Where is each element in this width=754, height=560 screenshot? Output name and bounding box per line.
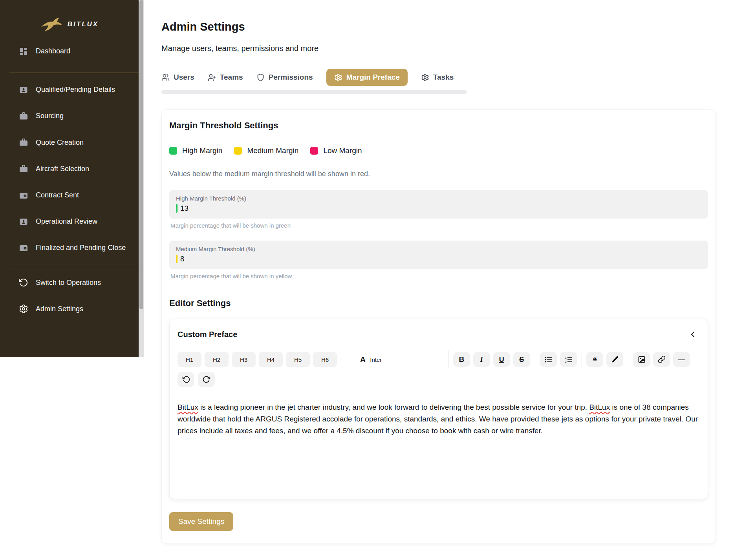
collapse-button[interactable] — [686, 329, 700, 340]
sidebar-item-aircraft-selection[interactable]: Aircraft Selection — [0, 164, 139, 174]
sidebar-item-label: Finalized and Pending Close — [36, 243, 126, 253]
italic-icon: I — [480, 355, 483, 364]
wallet-icon — [19, 243, 28, 253]
sidebar-item-sourcing[interactable]: Sourcing — [0, 111, 139, 121]
horizontal-rule-button[interactable]: — — [673, 352, 690, 367]
underline-button[interactable]: U — [493, 352, 510, 367]
heading-5-button[interactable]: H5 — [286, 352, 310, 367]
sidebar-item-label: Qualified/Pending Details — [36, 85, 115, 95]
sidebar-item-operational-review[interactable]: Operational Review — [0, 217, 139, 226]
highlighter-pen-icon — [611, 356, 619, 363]
sidebar-item-label: Operational Review — [36, 217, 97, 226]
contact-card-icon — [19, 85, 28, 95]
tab-teams[interactable]: Teams — [208, 73, 243, 82]
sidebar-divider — [9, 73, 139, 73]
tab-tasks[interactable]: Tasks — [421, 73, 454, 82]
tab-label: Margin Preface — [346, 73, 400, 82]
yellow-cursor-bar — [176, 255, 178, 263]
gear-icon — [19, 304, 28, 314]
font-name-label: Inter — [370, 356, 382, 363]
redo-button[interactable] — [198, 372, 215, 387]
field-value: 13 — [180, 204, 188, 213]
sidebar-item-contract-sent[interactable]: Contract Sent — [0, 190, 139, 200]
sidebar-item-admin-settings[interactable]: Admin Settings — [0, 304, 139, 314]
dashboard-icon — [19, 47, 28, 56]
link-button[interactable] — [653, 352, 670, 367]
save-settings-button[interactable]: Save Settings — [169, 512, 233, 531]
field-helper-text: Margin percentage that will be shown in … — [169, 222, 708, 229]
tabs-scrollbar-track[interactable] — [161, 90, 467, 94]
type-icon: A — [360, 355, 366, 364]
tab-permissions[interactable]: Permissions — [256, 73, 313, 82]
sidebar-item-switch-to-operations[interactable]: Switch to Operations — [0, 278, 139, 288]
sidebar-item-qualified-pending-details[interactable]: Qualified/Pending Details — [0, 85, 139, 95]
preface-text-editor[interactable]: BitLux is a leading pioneer in the jet c… — [178, 401, 700, 488]
gear-icon — [421, 73, 429, 82]
page-title: Admin Settings — [161, 20, 754, 33]
chevron-left-icon — [688, 330, 697, 339]
tab-margin-preface[interactable]: Margin Preface — [326, 69, 408, 86]
link-icon — [658, 356, 666, 363]
bird-logo-icon — [40, 17, 63, 31]
field-helper-text: Margin percentage that will be shown in … — [169, 273, 708, 279]
strikethrough-button[interactable]: S — [513, 352, 530, 367]
sidebar-item-finalized-pending-close[interactable]: Finalized and Pending Close — [0, 243, 139, 253]
legend-label: Low Margin — [323, 146, 362, 155]
sidebar-scrollbar[interactable] — [139, 0, 144, 357]
brand-logo: BITLUX — [0, 0, 139, 31]
legend-item-high-margin: High Margin — [169, 146, 222, 155]
toolbar-divider — [448, 350, 448, 368]
horizontal-rule-icon: — — [678, 356, 685, 364]
low-margin-swatch — [310, 147, 318, 155]
toolbar-divider — [582, 350, 582, 368]
bullet-list-button[interactable] — [540, 352, 557, 367]
svg-text:2: 2 — [565, 360, 566, 363]
preface-text-segment: is a leading pioneer in the jet charter … — [198, 403, 589, 411]
image-button[interactable] — [633, 352, 650, 367]
heading-1-button[interactable]: H1 — [178, 352, 201, 367]
field-label: High Margin Threshold (%) — [176, 195, 701, 202]
sidebar-item-dashboard[interactable]: Dashboard — [0, 46, 139, 56]
main-content: Admin Settings Manage users, teams, perm… — [144, 0, 754, 544]
page-subtitle: Manage users, teams, permissions and mor… — [161, 44, 754, 53]
sidebar-item-label: Dashboard — [36, 46, 70, 56]
margin-legend: High Margin Medium Margin Low Margin — [169, 146, 708, 155]
margin-settings-card: Margin Threshold Settings High Margin Me… — [161, 109, 716, 544]
green-cursor-bar — [176, 204, 178, 213]
sidebar-item-quote-creation[interactable]: Quote Creation — [0, 138, 139, 148]
toolbar-divider — [628, 350, 628, 368]
heading-3-button[interactable]: H3 — [232, 352, 256, 367]
heading-4-button[interactable]: H4 — [259, 352, 283, 367]
medium-margin-threshold-input[interactable]: Medium Margin Threshold (%) 8 — [169, 241, 708, 269]
ordered-list-button[interactable]: 1 2 — [560, 352, 577, 367]
users-icon — [161, 73, 170, 82]
contact-card-icon — [19, 217, 28, 226]
threshold-note: Values below the medium margin threshold… — [169, 170, 708, 178]
tab-bar: Users Teams Permissions — [161, 69, 754, 86]
briefcase-icon — [19, 164, 28, 173]
blockquote-button[interactable]: ❝ — [586, 352, 603, 367]
legend-label: High Margin — [182, 146, 222, 155]
undo-button[interactable] — [178, 372, 194, 387]
tab-label: Users — [174, 73, 194, 82]
heading-2-button[interactable]: H2 — [205, 352, 229, 367]
preface-text-segment: BitLux — [589, 403, 610, 411]
sidebar-scrollbar-thumb[interactable] — [139, 0, 143, 309]
italic-button[interactable]: I — [473, 352, 490, 367]
tab-label: Permissions — [269, 73, 313, 82]
toolbar-separator-line — [178, 393, 700, 393]
briefcase-icon — [19, 138, 28, 147]
tab-label: Tasks — [433, 73, 454, 82]
heading-6-button[interactable]: H6 — [313, 352, 337, 367]
wallet-icon — [19, 191, 28, 200]
briefcase-icon — [19, 111, 28, 121]
tab-users[interactable]: Users — [161, 73, 194, 82]
high-margin-threshold-input[interactable]: High Margin Threshold (%) 13 — [169, 190, 708, 219]
gear-icon — [334, 73, 342, 82]
highlighter-button[interactable] — [606, 352, 623, 367]
font-family-selector[interactable]: A Inter — [347, 355, 443, 364]
sidebar-item-label: Aircraft Selection — [36, 164, 89, 174]
toolbar-divider — [535, 350, 535, 368]
bold-button[interactable]: B — [453, 352, 470, 367]
image-icon — [638, 356, 646, 363]
